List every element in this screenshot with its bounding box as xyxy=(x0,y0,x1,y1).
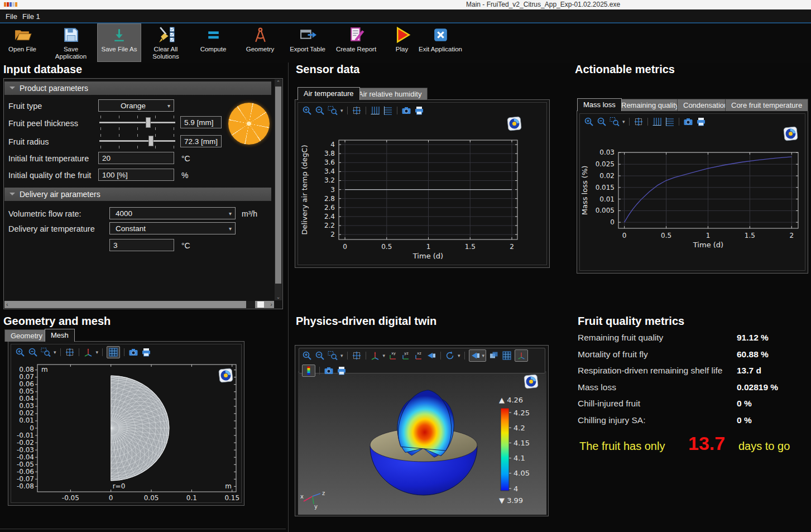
fruit-type-dropdown[interactable]: Orange ▾ xyxy=(98,99,174,112)
fruit-peel-thickness-field[interactable] xyxy=(180,116,222,128)
mass-loss-chart[interactable]: 00.511.5200.0050.010.0150.020.0250.03Tim… xyxy=(579,146,805,252)
open-file-button[interactable]: Open File xyxy=(1,24,44,61)
slider-thumb[interactable] xyxy=(148,136,153,146)
tab-remaining-quality[interactable]: Remaining quality xyxy=(615,99,685,111)
default-view-icon[interactable] xyxy=(426,351,436,361)
zoom-extents-icon[interactable] xyxy=(352,351,362,361)
show-axes-toggle[interactable] xyxy=(515,349,528,362)
horizontal-scrollbar[interactable]: ‹ › xyxy=(4,301,274,308)
show-mesh-toggle[interactable] xyxy=(107,346,120,358)
tab-mesh[interactable]: Mesh xyxy=(45,329,75,342)
axis-orientation-icon[interactable] xyxy=(370,351,380,361)
zoom-extents-icon[interactable] xyxy=(634,117,644,127)
tab-geometry[interactable]: Geometry xyxy=(4,329,49,342)
print-icon[interactable] xyxy=(696,117,706,127)
view-xy-icon[interactable]: xy xyxy=(388,351,398,361)
chevron-down-icon[interactable]: ▾ xyxy=(54,349,56,355)
fruit-radius-field[interactable] xyxy=(180,135,222,147)
x-axis-grid-icon[interactable] xyxy=(665,117,675,127)
compute-button[interactable]: Compute xyxy=(190,24,236,61)
initial-fruit-temperature-field[interactable] xyxy=(98,152,174,164)
menu-file-1[interactable]: File 1 xyxy=(20,11,42,22)
axis-orientation-icon[interactable] xyxy=(83,347,93,357)
zoom-out-icon[interactable] xyxy=(597,117,607,127)
product-parameters-header[interactable]: Product parameters xyxy=(4,82,271,95)
tab-air-temperature[interactable]: Air temperature xyxy=(297,87,360,100)
chevron-down-icon[interactable]: ▾ xyxy=(340,353,343,358)
delivery-air-temperature-dropdown[interactable]: Constant ▾ xyxy=(109,222,236,234)
exit-application-button[interactable]: Exit Application xyxy=(416,24,464,61)
zoom-box-icon[interactable] xyxy=(328,106,338,116)
scene-grid-icon[interactable] xyxy=(502,351,512,361)
zoom-in-icon[interactable] xyxy=(302,351,312,361)
open-file-label: Open File xyxy=(8,46,36,53)
tab-air-relative-humidity[interactable]: Air relative humidity xyxy=(352,88,428,100)
chevron-down-icon: ▾ xyxy=(229,226,235,232)
zoom-extents-icon[interactable] xyxy=(65,347,75,357)
mesh-plot[interactable]: 0.080.070.060.050.040.030.020.010-0.01-0… xyxy=(12,358,242,504)
x-axis-grid-icon[interactable] xyxy=(383,106,393,116)
chevron-down-icon[interactable]: ▾ xyxy=(340,108,343,113)
chevron-down-icon[interactable]: ▾ xyxy=(622,119,625,124)
zoom-box-icon[interactable] xyxy=(610,117,620,127)
chevron-down-icon[interactable]: ▾ xyxy=(458,353,460,358)
zoom-out-icon[interactable] xyxy=(315,351,325,361)
tab-core-fruit-temperature[interactable]: Core fruit temperature xyxy=(725,99,808,111)
view-xz-icon[interactable]: xz xyxy=(414,351,424,361)
svg-text:x: x xyxy=(300,493,304,500)
initial-quality-field[interactable] xyxy=(98,169,174,181)
digital-twin-3d-view[interactable]: 4.254.24.154.14.054▲ 4.26▼ 3.99 xyz xyxy=(298,371,546,515)
zoom-out-icon[interactable] xyxy=(315,106,325,116)
y-axis-grid-icon[interactable] xyxy=(652,117,662,127)
zoom-in-icon[interactable] xyxy=(584,117,594,127)
slider-thumb[interactable] xyxy=(146,117,151,128)
scroll-up-icon[interactable]: ⌃ xyxy=(275,80,282,85)
vertical-scrollbar[interactable]: ⌃ ⌄ xyxy=(275,79,282,300)
clear-all-solutions-button[interactable]: Clear All Solutions xyxy=(143,24,189,61)
snapshot-icon[interactable] xyxy=(324,366,334,376)
save-file-as-button[interactable]: Save File As xyxy=(98,24,141,61)
snapshot-icon[interactable] xyxy=(128,347,138,357)
tab-mass-loss[interactable]: Mass loss xyxy=(577,98,622,111)
delivery-air-parameters-header[interactable]: Delivery air parameters xyxy=(4,188,271,201)
print-icon[interactable] xyxy=(414,106,424,116)
save-application-button[interactable]: Save Application xyxy=(48,24,94,61)
geometry-button[interactable]: Geometry xyxy=(237,24,283,61)
sensor-air-temperature-chart[interactable]: 00.511.5222.22.42.62.833.23.43.63.84Time… xyxy=(299,132,524,265)
print-icon[interactable] xyxy=(337,366,347,376)
delivery-air-temp-field[interactable] xyxy=(109,239,174,251)
zoom-out-icon[interactable] xyxy=(28,347,38,357)
zoom-extents-icon[interactable] xyxy=(352,106,362,116)
chevron-down-icon[interactable]: ▾ xyxy=(96,349,99,355)
scroll-down-icon[interactable]: ⌄ xyxy=(275,294,282,300)
play-button[interactable]: Play xyxy=(385,24,419,61)
view-yz-icon[interactable]: yz xyxy=(401,351,411,361)
fruit-radius-slider[interactable] xyxy=(98,133,176,150)
zoom-in-icon[interactable] xyxy=(302,106,312,116)
fruit-peel-thickness-slider[interactable] xyxy=(98,114,176,131)
snapshot-icon[interactable] xyxy=(683,117,693,127)
vertical-scroll-thumb[interactable] xyxy=(275,87,281,284)
zoom-box-icon[interactable] xyxy=(41,347,51,357)
chevron-down-icon[interactable]: ▾ xyxy=(383,353,386,358)
scroll-right-icon[interactable]: › xyxy=(270,301,272,308)
scene-light-toggle[interactable]: ▾ xyxy=(469,349,487,362)
menu-file[interactable]: File xyxy=(3,11,20,22)
zoom-in-icon[interactable] xyxy=(15,347,25,357)
delivery-air-temp-unit: °C xyxy=(181,241,190,250)
delivery-air-temperature-value: Constant xyxy=(110,224,229,233)
transparency-icon[interactable] xyxy=(489,351,499,361)
create-report-button[interactable]: Create Report xyxy=(332,24,381,61)
volumetric-flow-rate-dropdown[interactable]: 4000 ▾ xyxy=(109,207,236,219)
chevron-down-icon[interactable]: ▾ xyxy=(482,353,485,358)
show-legend-toggle[interactable] xyxy=(302,365,315,377)
fq-row-value: 91.12 % xyxy=(737,333,769,343)
horizontal-scroll-handle[interactable] xyxy=(257,301,264,308)
rotate-view-icon[interactable] xyxy=(445,351,455,361)
export-table-button[interactable]: Export Table xyxy=(282,24,333,61)
print-icon[interactable] xyxy=(141,347,151,357)
zoom-box-icon[interactable] xyxy=(328,351,338,361)
scroll-left-icon[interactable]: ‹ xyxy=(6,301,8,308)
y-axis-grid-icon[interactable] xyxy=(370,106,380,116)
snapshot-icon[interactable] xyxy=(401,106,411,116)
